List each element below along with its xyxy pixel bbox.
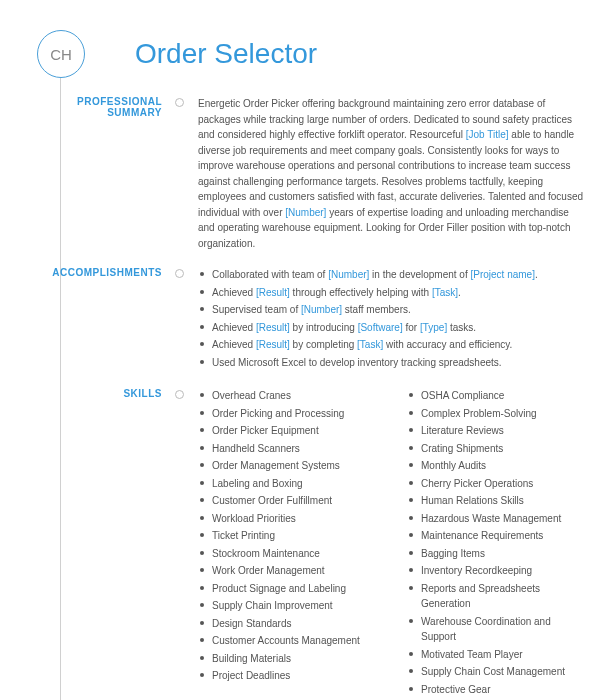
- list-item: Used Microsoft Excel to develop inventor…: [198, 355, 586, 371]
- section-skills: SKILLS Overhead CranesOrder Picking and …: [30, 388, 586, 699]
- list-item: Cherry Picker Operations: [407, 476, 586, 492]
- placeholder-text: [Result]: [256, 322, 290, 333]
- placeholder-text: [Project name]: [470, 269, 534, 280]
- list-item: Motivated Team Player: [407, 647, 586, 663]
- list-item: Hazardous Waste Management: [407, 511, 586, 527]
- body-text: Supervised team of: [212, 304, 301, 315]
- list-item: Order Picker Equipment: [198, 423, 377, 439]
- avatar-initials: CH: [37, 30, 85, 78]
- body-text: staff members.: [342, 304, 411, 315]
- body-text: by completing: [290, 339, 357, 350]
- body-text: able to handle diverse job requirements …: [198, 129, 583, 218]
- section-summary: PROFESSIONAL SUMMARY Energetic Order Pic…: [30, 96, 586, 251]
- body-text: with accuracy and efficiency.: [383, 339, 512, 350]
- list-item: Achieved [Result] by introducing [Softwa…: [198, 320, 586, 336]
- list-item: Order Management Systems: [198, 458, 377, 474]
- list-item: Supply Chain Cost Management: [407, 664, 586, 680]
- section-label-summary: PROFESSIONAL SUMMARY: [30, 96, 180, 251]
- list-item: Achieved [Result] through effectively he…: [198, 285, 586, 301]
- list-item: Supervised team of [Number] staff member…: [198, 302, 586, 318]
- body-text: for: [403, 322, 420, 333]
- list-item: Literature Reviews: [407, 423, 586, 439]
- placeholder-text: [Number]: [285, 207, 326, 218]
- list-item: Monthly Audits: [407, 458, 586, 474]
- list-item: Bagging Items: [407, 546, 586, 562]
- body-text: by introducing: [290, 322, 358, 333]
- list-item: Product Signage and Labeling: [198, 581, 377, 597]
- placeholder-text: [Number]: [301, 304, 342, 315]
- list-item: Inventory Recordkeeping: [407, 563, 586, 579]
- resume-title: Order Selector: [135, 38, 317, 70]
- body-text: tasks.: [447, 322, 476, 333]
- list-item: Reports and Spreadsheets Generation: [407, 581, 586, 612]
- list-item: OSHA Compliance: [407, 388, 586, 404]
- list-item: Customer Order Fulfillment: [198, 493, 377, 509]
- placeholder-text: [Result]: [256, 339, 290, 350]
- body-text: Used Microsoft Excel to develop inventor…: [212, 357, 502, 368]
- placeholder-text: [Result]: [256, 287, 290, 298]
- list-item: Warehouse Coordination and Support: [407, 614, 586, 645]
- list-item: Protective Gear: [407, 682, 586, 698]
- body-text: in the development of: [369, 269, 470, 280]
- placeholder-text: [Number]: [328, 269, 369, 280]
- placeholder-text: [Task]: [357, 339, 383, 350]
- accomplishments-list: Collaborated with team of [Number] in th…: [180, 267, 586, 372]
- body-text: Collaborated with team of: [212, 269, 328, 280]
- list-item: Stockroom Maintenance: [198, 546, 377, 562]
- list-item: Project Deadlines: [198, 668, 377, 684]
- placeholder-text: [Software]: [358, 322, 403, 333]
- list-item: Human Relations Skills: [407, 493, 586, 509]
- list-item: Labeling and Boxing: [198, 476, 377, 492]
- list-item: Maintenance Requirements: [407, 528, 586, 544]
- resume-header: CH Order Selector: [30, 30, 586, 78]
- body-text: Achieved: [212, 339, 256, 350]
- list-item: Building Materials: [198, 651, 377, 667]
- body-text: .: [458, 287, 461, 298]
- body-text: Achieved: [212, 322, 256, 333]
- body-text: through effectively helping with: [290, 287, 432, 298]
- list-item: Complex Problem-Solving: [407, 406, 586, 422]
- summary-text: Energetic Order Picker offering backgrou…: [180, 96, 586, 251]
- section-label-skills: SKILLS: [30, 388, 180, 699]
- placeholder-text: [Type]: [420, 322, 447, 333]
- body-text: .: [535, 269, 538, 280]
- list-item: Design Standards: [198, 616, 377, 632]
- list-item: Achieved [Result] by completing [Task] w…: [198, 337, 586, 353]
- section-label-accomplishments: ACCOMPLISHMENTS: [30, 267, 180, 372]
- placeholder-text: [Job Title]: [466, 129, 509, 140]
- body-text: Achieved: [212, 287, 256, 298]
- list-item: Crating Shipments: [407, 441, 586, 457]
- list-item: Workload Priorities: [198, 511, 377, 527]
- placeholder-text: [Task]: [432, 287, 458, 298]
- list-item: Work Order Management: [198, 563, 377, 579]
- list-item: Customer Accounts Management: [198, 633, 377, 649]
- section-accomplishments: ACCOMPLISHMENTS Collaborated with team o…: [30, 267, 586, 372]
- list-item: Collaborated with team of [Number] in th…: [198, 267, 586, 283]
- list-item: Order Picking and Processing: [198, 406, 377, 422]
- list-item: Handheld Scanners: [198, 441, 377, 457]
- list-item: Overhead Cranes: [198, 388, 377, 404]
- skills-list: Overhead CranesOrder Picking and Process…: [180, 388, 586, 699]
- list-item: Ticket Printing: [198, 528, 377, 544]
- list-item: Supply Chain Improvement: [198, 598, 377, 614]
